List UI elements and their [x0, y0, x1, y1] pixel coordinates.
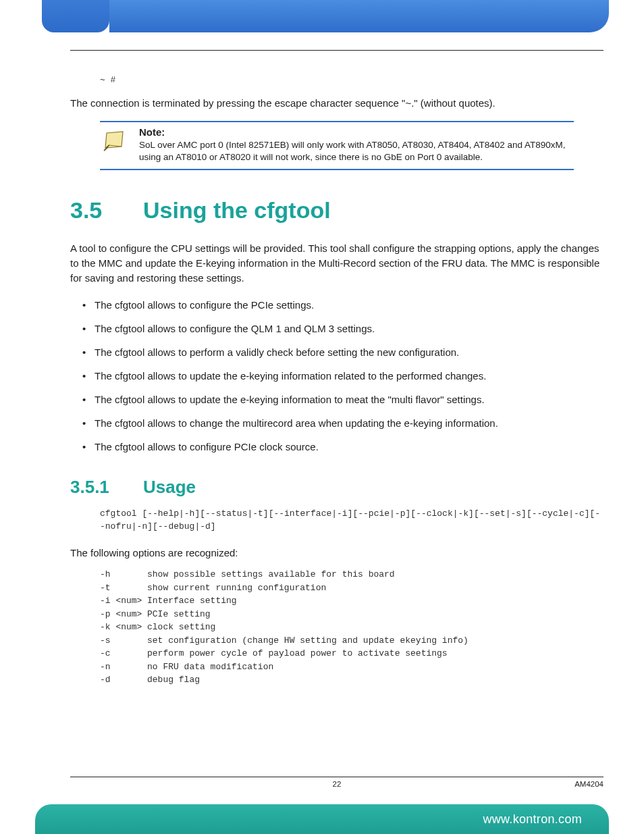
- option-flag: -h: [100, 568, 147, 581]
- subsection-heading: 3.5.1Usage: [70, 477, 603, 498]
- option-row: -cperform power cycle of payload power t…: [100, 647, 603, 660]
- doc-id: AM4204: [574, 780, 603, 788]
- page-content: ~ # The connection is terminated by pres…: [70, 50, 603, 687]
- footer-strip: www.kontron.com: [35, 804, 609, 834]
- header-bar: [109, 0, 609, 32]
- bullet-list: The cfgtool allows to configure the PCIe…: [82, 298, 603, 454]
- section-number: 3.5: [70, 197, 143, 224]
- option-row: -p <num>PCIe setting: [100, 608, 603, 621]
- option-desc: show current running configuration: [147, 581, 326, 595]
- list-item: The cfgtool allows to perform a validly …: [82, 345, 603, 359]
- option-row: -hshow possible settings available for t…: [100, 568, 603, 581]
- option-row: -nno FRU data modification: [100, 660, 603, 674]
- list-item: The cfgtool allows to configure PCIe clo…: [82, 440, 603, 454]
- usage-command: cfgtool [--help|-h][--status|-t][--inter…: [100, 507, 603, 533]
- section-heading: 3.5Using the cfgtool: [70, 197, 603, 224]
- note-icon: [100, 128, 127, 155]
- option-flag: -s: [100, 634, 147, 648]
- page-number: 22: [333, 780, 342, 788]
- shell-prompt: ~ #: [100, 75, 603, 85]
- option-desc: Interface setting: [147, 594, 237, 608]
- header-tab: [42, 0, 109, 32]
- options-table: -hshow possible settings available for t…: [100, 568, 603, 687]
- note-box: Note: SoL over AMC port 0 (Intel 82571EB…: [100, 121, 574, 170]
- list-item: The cfgtool allows to configure the PCIe…: [82, 298, 603, 312]
- list-item: The cfgtool allows to update the e-keyin…: [82, 392, 603, 407]
- note-title: Note:: [139, 126, 574, 138]
- subsection-number: 3.5.1: [70, 477, 143, 498]
- section-title: Using the cfgtool: [143, 197, 331, 223]
- section-paragraph: A tool to configure the CPU settings wil…: [70, 241, 603, 285]
- option-row: -sset configuration (change HW setting a…: [100, 634, 603, 648]
- option-desc: perform power cycle of payload power to …: [147, 647, 448, 660]
- footer-url: www.kontron.com: [483, 812, 582, 827]
- option-flag: -p <num>: [100, 608, 147, 621]
- option-flag: -t: [100, 581, 147, 595]
- option-row: -k <num>clock setting: [100, 621, 603, 634]
- option-flag: -d: [100, 673, 147, 687]
- list-item: The cfgtool allows to configure the QLM …: [82, 321, 603, 336]
- option-row: -tshow current running configuration: [100, 581, 603, 595]
- intro-paragraph: The connection is terminated by pressing…: [70, 97, 603, 109]
- options-intro: The following options are recognized:: [70, 546, 603, 561]
- option-row: -ddebug flag: [100, 673, 603, 687]
- option-flag: -k <num>: [100, 621, 147, 634]
- subsection-title: Usage: [143, 477, 196, 497]
- option-flag: -c: [100, 647, 147, 660]
- list-item: The cfgtool allows to change the multire…: [82, 416, 603, 430]
- option-row: -i <num>Interface setting: [100, 594, 603, 608]
- option-desc: PCIe setting: [147, 608, 211, 621]
- option-desc: no FRU data modification: [147, 660, 273, 674]
- option-desc: show possible settings available for thi…: [147, 568, 395, 581]
- page-footer: 22 AM4204: [70, 777, 603, 788]
- option-flag: -i <num>: [100, 594, 147, 608]
- option-desc: set configuration (change HW setting and…: [147, 634, 468, 648]
- list-item: The cfgtool allows to update the e-keyin…: [82, 369, 603, 383]
- option-flag: -n: [100, 660, 147, 674]
- note-text: SoL over AMC port 0 (Intel 82571EB) will…: [139, 139, 574, 163]
- option-desc: clock setting: [147, 621, 215, 634]
- option-desc: debug flag: [147, 673, 200, 687]
